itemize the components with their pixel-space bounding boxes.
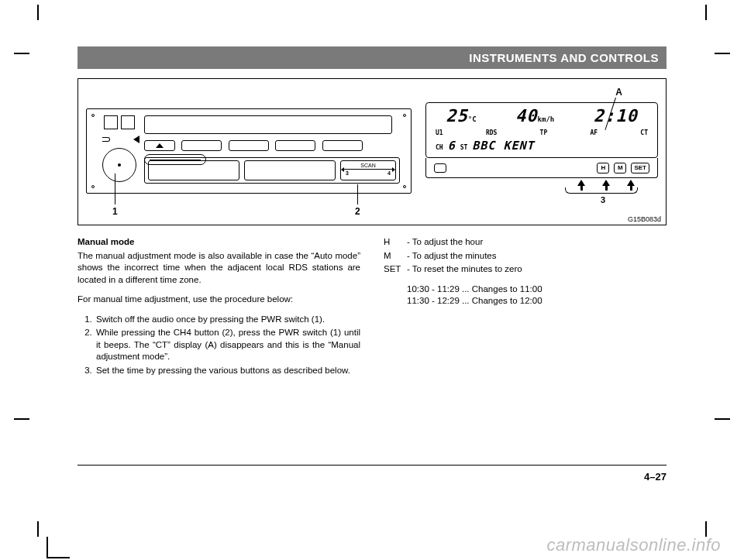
examples: 10:30 - 11:29 ... Changes to 11:00 11:30… [407,283,666,307]
figure: SCAN 3 4 1 2 A [78,78,666,225]
arrow-group [425,180,658,186]
scan-num-right: 4 [388,170,391,176]
m-button: M [614,163,626,173]
manual-mode-p2: For manual time adjustment, use the proc… [78,294,360,306]
cluster-display: A 25°C 40km/h 2:10 U1 RDS TP AF CT [425,102,658,198]
radio-display [144,115,392,134]
section-header: INSTRUMENTS AND CONTROLS [78,46,666,69]
eject-button-icon [144,140,175,151]
cluster-buttons: H M SET [425,158,658,178]
content-area: INSTRUMENTS AND CONTROLS [78,46,666,378]
preset-button [104,115,118,129]
up-arrow-icon [602,180,610,186]
step-item: Set the time by pressing the various but… [95,365,360,377]
page-number: 4–27 [644,471,666,483]
def-key: SET [384,263,407,276]
crop-mark [46,537,48,558]
ch-value: 6 [448,139,456,153]
body-columns: Manual mode The manual adjustment mode i… [78,236,666,378]
crop-mark [37,5,39,20]
lcd-row-3: CH 6 ST BBC KENT [436,139,648,153]
radio-unit: SCAN 3 4 [86,108,412,194]
column-left: Manual mode The manual adjustment mode i… [78,236,360,378]
screw-icon [403,185,406,188]
step-item: While pressing the CH4 button (2), press… [95,327,360,363]
def-val: - To adjust the minutes [407,250,497,263]
crop-mark [715,53,730,54]
flag-u1: U1 [436,129,443,136]
crop-mark [14,418,29,420]
knob-area [98,137,141,187]
step-item: Switch off the audio once by pressing th… [95,314,360,326]
pwr-knob [102,148,136,182]
speaker-icon [102,137,110,142]
scan-label: SCAN [360,163,375,168]
ch-label: CH [436,144,443,151]
crop-mark [705,521,707,537]
flag-rds: RDS [486,129,497,136]
crop-mark [14,53,29,54]
column-right: H- To adjust the hour M- To adjust the m… [384,236,666,378]
radio-button [322,140,363,151]
brace-line [565,187,638,194]
crop-mark [705,5,707,20]
blank-button-icon [434,163,446,173]
scan-num-left: 3 [346,170,349,176]
lcd-flags: U1 RDS TP AF CT [436,129,648,136]
radio-button [148,160,239,180]
footer-rule [78,465,666,466]
speed-value: 40 [515,106,538,125]
screw-icon [91,185,95,188]
crop-mark [715,418,730,420]
radio-button [181,140,222,151]
clock-value: 2:10 [594,106,638,125]
up-arrow-icon [577,180,585,186]
radio-button [229,140,269,151]
callout-3: 3 [601,195,605,204]
speed-unit: km/h [538,115,555,123]
brace: 3 [425,187,642,198]
radio-button [244,160,336,180]
def-key: M [384,250,407,263]
def-key: H [384,236,407,249]
station-name: BBC KENT [472,139,534,153]
callout-2: 2 [355,206,360,217]
lcd-row-1: 25°C 40km/h 2:10 [426,106,657,125]
flag-af: AF [590,129,598,136]
temp-unit: °C [468,115,477,123]
up-arrow-icon [627,180,635,186]
screw-icon [91,114,95,117]
example-line: 11:30 - 12:29 ... Changes to 12:00 [407,295,666,307]
lcd-panel: 25°C 40km/h 2:10 U1 RDS TP AF CT CH 6 [425,102,658,158]
screw-icon [403,114,406,117]
watermark: carmanualsonline.info [546,535,721,555]
leader-line [115,173,115,204]
figure-code: G15B083d [628,215,661,223]
definitions: H- To adjust the hour M- To adjust the m… [384,236,666,276]
steps-list: Switch off the audio once by pressing th… [78,314,360,377]
st-label: ST [460,144,468,151]
example-line: 10:30 - 11:29 ... Changes to 11:00 [407,283,666,296]
scan-arrow-icon [344,169,392,170]
manual-mode-p1: The manual adjustment mode is also avail… [78,250,360,287]
temp-value: 25 [446,106,468,125]
def-val: - To adjust the hour [407,236,483,249]
crop-mark [46,557,70,558]
scan-button: SCAN 3 4 [340,160,396,180]
callout-a: A [615,87,622,98]
flag-tp: TP [540,129,548,136]
volume-icon [133,136,140,143]
page: INSTRUMENTS AND CONTROLS [0,0,744,560]
leader-line [357,184,358,204]
flag-ct: CT [640,129,648,136]
callout-1: 1 [112,206,118,217]
h-button: H [597,163,609,173]
set-button: SET [631,163,649,173]
radio-button [275,140,315,151]
manual-mode-heading: Manual mode [78,236,360,249]
lower-button-row: SCAN 3 4 [144,157,400,184]
crop-mark [37,521,39,537]
def-val: - To reset the minutes to zero [407,263,522,276]
preset-button [121,115,135,129]
